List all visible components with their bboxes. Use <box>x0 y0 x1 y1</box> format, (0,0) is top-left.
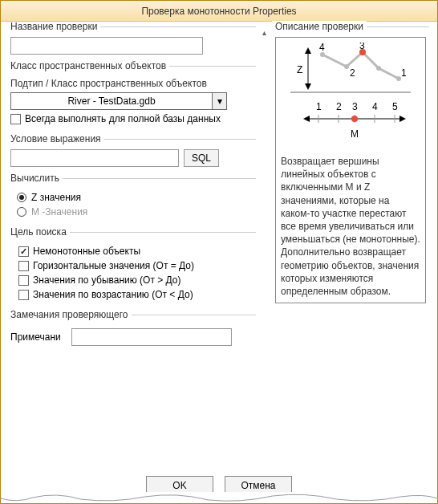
condition-input[interactable] <box>10 149 179 167</box>
monotonicity-diagram: Z 4 3 2 1 <box>281 43 420 147</box>
z-label-text: Z <box>297 64 302 75</box>
group-condition: Условие выражения SQL <box>7 139 256 172</box>
target-nonmono-label: Немонотонные объекты <box>33 246 140 257</box>
svg-point-21 <box>351 116 358 122</box>
target-horiz-check[interactable] <box>18 261 29 271</box>
right-panel: Описание проверки Z <box>270 22 437 465</box>
always-row[interactable]: Всегда выполнять для полной базы данных <box>10 113 253 124</box>
svg-marker-1 <box>305 47 311 54</box>
group-target: Цель поиска Немонотонные объекты Горизон… <box>7 232 256 308</box>
svg-point-4 <box>344 64 349 69</box>
target-asc-check[interactable] <box>18 290 29 300</box>
target-horiz-row[interactable]: Горизонтальные значения (От = До) <box>18 260 253 271</box>
svg-text:3: 3 <box>359 43 365 51</box>
scrollbar[interactable]: ▴ <box>258 22 270 465</box>
svg-text:1: 1 <box>401 67 407 79</box>
svg-marker-14 <box>303 116 310 122</box>
reviewer-label: Замечания проверяющего <box>7 309 132 320</box>
svg-text:1: 1 <box>316 101 322 112</box>
svg-text:3: 3 <box>352 101 358 112</box>
radio-z-label: Z значения <box>31 192 81 203</box>
scroll-up-icon[interactable]: ▴ <box>259 28 269 38</box>
svg-text:4: 4 <box>372 101 378 112</box>
left-panel: Название проверки Класс пространственных… <box>1 22 258 465</box>
torn-edge-decoration <box>1 492 437 503</box>
svg-marker-15 <box>399 116 406 122</box>
chevron-down-icon[interactable]: ▾ <box>212 93 226 109</box>
feature-class-combo[interactable]: River - TestData.gdb ▾ <box>10 92 227 110</box>
note-input[interactable] <box>71 328 232 346</box>
target-desc-row[interactable]: Значения по убыванию (От > До) <box>18 274 253 286</box>
group-description: Описание проверки Z <box>272 26 429 308</box>
svg-text:4: 4 <box>319 43 325 53</box>
always-checkbox[interactable] <box>10 114 21 124</box>
svg-text:5: 5 <box>392 101 398 112</box>
feature-class-label: Класс пространственных объектов <box>7 60 169 71</box>
radio-m-label: M -Значения <box>31 206 87 217</box>
group-compute: Вычислить Z значения M -Значения <box>7 178 256 226</box>
combo-text: River - TestData.gdb <box>11 93 212 109</box>
title-bar: Проверка монотонности Properties <box>1 1 437 22</box>
description-box: Z 4 3 2 1 <box>275 37 426 303</box>
radio-m-row: M -Значения <box>17 206 253 217</box>
svg-point-6 <box>376 66 381 71</box>
radio-z[interactable] <box>17 193 26 202</box>
target-desc-label: Значения по убыванию (От > До) <box>33 274 181 286</box>
target-horiz-label: Горизонтальные значения (От = До) <box>33 260 194 271</box>
svg-text:2: 2 <box>336 101 342 112</box>
target-label: Цель поиска <box>7 226 70 238</box>
radio-z-row[interactable]: Z значения <box>17 192 253 203</box>
target-asc-row[interactable]: Значения по возрастанию (От < До) <box>18 289 253 300</box>
target-nonmono-row[interactable]: Немонотонные объекты <box>18 246 253 257</box>
radio-m <box>17 207 26 217</box>
m-label-text: M <box>351 128 359 140</box>
check-name-input[interactable] <box>10 37 203 55</box>
svg-marker-2 <box>305 83 311 90</box>
content-area: Название проверки Класс пространственных… <box>1 22 437 465</box>
group-reviewer: Замечания проверяющего Примечани <box>7 315 256 351</box>
always-label: Всегда выполнять для полной базы данных <box>25 113 221 124</box>
subtype-label: Подтип / Класс пространственных объектов <box>10 78 253 89</box>
note-label: Примечани <box>10 331 68 343</box>
group-check-name: Название проверки <box>7 26 256 59</box>
svg-text:2: 2 <box>350 67 355 79</box>
target-asc-label: Значения по возрастанию (От < До) <box>33 289 193 300</box>
description-title: Описание проверки <box>272 21 367 32</box>
sql-button[interactable]: SQL <box>184 149 219 167</box>
dialog-window: Проверка монотонности Properties Названи… <box>0 0 438 504</box>
check-name-label: Название проверки <box>7 22 100 32</box>
compute-label: Вычислить <box>7 173 63 184</box>
window-title: Проверка монотонности Properties <box>141 6 296 17</box>
description-text: Возвращает вершины линейных объектов с в… <box>281 155 420 298</box>
target-desc-check[interactable] <box>18 275 29 286</box>
target-nonmono-check[interactable] <box>18 246 29 257</box>
condition-label: Условие выражения <box>7 133 104 144</box>
group-feature-class: Класс пространственных объектов Подтип /… <box>7 66 256 132</box>
